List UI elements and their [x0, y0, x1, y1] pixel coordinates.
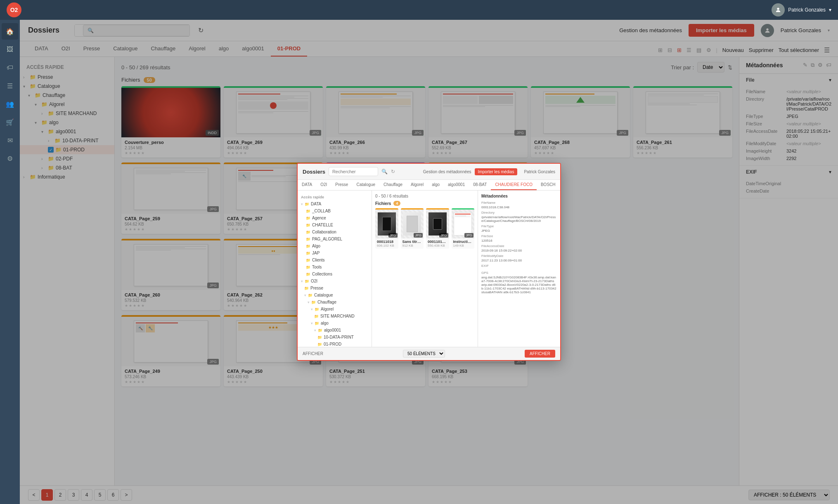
sidebar-icon-image[interactable]: 🖼 [2, 41, 18, 58]
popup-content: 0 - 50 / 6 résultats Fichiers 4 JPG [372, 191, 478, 347]
popup-tab-Algorel[interactable]: Algorel [407, 180, 428, 190]
popup-meta-filesize-key: FileSize [481, 234, 557, 238]
popup-meta-filesize-val: 120516 [481, 239, 557, 243]
popup-meta-label: Gestion des métadonnées [423, 170, 471, 174]
sidebar-icon-tag[interactable]: 🏷 [2, 59, 18, 76]
popup-file-00011018[interactable]: JPG 00011018 606.102 KB [375, 208, 398, 249]
popup-tab-CHAUDIERE[interactable]: CHAUDIERE FOCO [491, 180, 537, 190]
popup-tree-Clients[interactable]: 📁 Clients [298, 257, 372, 264]
svg-point-0 [777, 8, 779, 10]
popup-info-instructions: Instructions 149 KB [452, 238, 475, 249]
popup-tree-Collaboration[interactable]: 📁 Collaboration [298, 228, 372, 236]
popup-tab-O2I[interactable]: O2I [316, 180, 331, 190]
popup-title: Dossiers [303, 169, 325, 175]
popup-tree-10DATA[interactable]: 📁 10-DATA-PRINT [298, 334, 372, 341]
popup-files-grid: JPG 00011018 606.102 KB JPG [375, 208, 474, 249]
app-logo: O2 [7, 2, 21, 17]
popup-tab-DATA[interactable]: DATA [298, 180, 316, 190]
popup-file-00011018C34[interactable]: JPG 00011018_C34 550.438 KB [426, 208, 449, 249]
popup-meta-filetype-val: JPEG [481, 229, 557, 233]
popup-file-instructions[interactable]: JPG Instructions 149 KB [452, 208, 475, 249]
top-nav-username: Patrick Gonzales [788, 7, 826, 13]
popup-tree-Catalogue[interactable]: ▾📁 Catalogue [298, 292, 372, 299]
sidebar-icon-mail[interactable]: ✉ [2, 132, 18, 148]
popup-tab-082019[interactable]: 08/2019 [560, 180, 561, 190]
popup-size-sanstitre: 912 KB [402, 244, 422, 247]
popup-body: Accès rapide ▾📁 DATA 📁 _COLLAB 📁 Agence … [298, 191, 560, 347]
popup-tree-Presse[interactable]: 📁 Presse [298, 285, 372, 292]
sidebar-icon-users[interactable]: 👥 [2, 96, 18, 112]
popup-tab-algo0001[interactable]: algo0001 [444, 180, 469, 190]
popup-meta-gps-val: ang.dat:SJNBJ10YG02083B4F:43x36:amp.dat:… [481, 276, 557, 294]
popup-info-00011018: 00011018 606.102 KB [375, 238, 398, 249]
top-nav: O2 Patrick Gonzales ▾ [0, 0, 838, 20]
user-avatar-top [772, 3, 785, 16]
sidebar-icon-list[interactable]: ☰ [2, 78, 18, 94]
popup-thumb-00011018: JPG [375, 210, 398, 238]
popup-tab-Catalogue[interactable]: Catalogue [352, 180, 379, 190]
popup-tree-Collections[interactable]: 📁 Collections [298, 271, 372, 278]
popup-meta-modifydate-key: FileModifyDate [481, 254, 557, 258]
top-nav-chevron: ▾ [829, 7, 831, 13]
popup-tree-SITEMARCHAND[interactable]: 📁 SITE MARCHAND [298, 313, 372, 320]
popup-meta-accessdate-val: 2019:09:16 15:09:22+02:00 [481, 249, 557, 252]
popup-size-instructions: 149 KB [453, 244, 473, 247]
popup-tab-Presse[interactable]: Presse [331, 180, 352, 190]
top-nav-user[interactable]: Patrick Gonzales ▾ [772, 3, 831, 16]
popup-search[interactable] [329, 167, 378, 176]
popup-import-button[interactable]: Importer les médias [475, 168, 518, 175]
popup-tree-01PROD[interactable]: 📁 01-PROD [298, 341, 372, 347]
top-nav-right: Patrick Gonzales ▾ [772, 3, 831, 16]
popup-tab-08BAT[interactable]: 08-BAT [469, 180, 491, 190]
popup-size-00011018C34: 550.438 KB [428, 244, 447, 247]
popup-tree-JAP[interactable]: 📁 JAP [298, 250, 372, 257]
popup-tree-DATA[interactable]: ▾📁 DATA [298, 200, 372, 207]
popup-tree-Chauffage[interactable]: ▾📁 Chauffage [298, 299, 372, 306]
popup-meta-gps-key: GPS [481, 271, 557, 275]
popup-search-icon[interactable]: 🔍 [381, 169, 388, 174]
popup-size-00011018: 606.102 KB [377, 244, 397, 247]
sidebar-icon-cart[interactable]: 🛒 [2, 114, 18, 130]
popup-name-00011018C34: 00011018_C34 [428, 240, 447, 244]
popup-per-page-select[interactable]: 50 ÉLÉMENTS 25 ÉLÉMENTS [403, 350, 445, 358]
popup-window: Dossiers 🔍 ↻ Gestion des métadonnées Imp… [297, 163, 561, 361]
logo-icon: O2 [7, 2, 21, 17]
popup-result-count: 0 - 50 / 6 résultats [375, 194, 474, 198]
popup-badge-00011018C34: JPG [439, 233, 448, 238]
popup-tree-Algorel[interactable]: ▾📁 Algorel [298, 306, 372, 313]
popup-thumb-instructions: JPG [452, 210, 475, 238]
popup-tree-Algo[interactable]: 📁 Algo [298, 243, 372, 250]
popup-tree-PAG[interactable]: 📁 PAG_ALGOREL [298, 236, 372, 243]
popup-tree-Agence[interactable]: 📁 Agence [298, 214, 372, 221]
sidebar-icon-settings[interactable]: ⚙ [2, 150, 18, 167]
popup-files-header: Fichiers 4 [375, 201, 474, 206]
popup-tree-Tools[interactable]: 📁 Tools [298, 264, 372, 271]
popup-refresh-icon[interactable]: ↻ [391, 169, 395, 174]
popup-tree-algo0001[interactable]: ▾📁 algo0001 [298, 327, 372, 334]
popup-files-count: 4 [393, 201, 400, 206]
popup-file-sanstitre[interactable]: JPG Sans titre 5 912 KB [401, 208, 424, 249]
popup-tree-O2I[interactable]: ▾📁 O2I [298, 278, 372, 285]
popup-badge-instructions: JPG [464, 233, 473, 238]
sidebar-icon-home[interactable]: 🏠 [2, 23, 18, 40]
popup-tabs: DATA O2I Presse Catalogue Chauffage Algo… [298, 180, 560, 191]
popup-meta-filename-val: 00011018.C38.048 [481, 205, 557, 209]
popup-name-00011018: 00011018 [377, 240, 397, 244]
popup-bottom: AFFICHER 50 ÉLÉMENTS 25 ÉLÉMENTS AFFICHE… [298, 347, 560, 360]
popup-tree-CHATELLE[interactable]: 📁 CHATELLE [298, 221, 372, 228]
popup-tab-BOSCH[interactable]: BOSCH [537, 180, 560, 190]
popup-tree-COLLAB[interactable]: 📁 _COLLAB [298, 207, 372, 214]
popup-tab-algo[interactable]: algo [428, 180, 444, 190]
popup-info-00011018C34: 00011018_C34 550.438 KB [426, 238, 449, 249]
popup-thumb-sanstitre: JPG [401, 210, 424, 238]
popup-tab-Chauffage[interactable]: Chauffage [379, 180, 407, 190]
popup-meta-exif-section: EXIF [481, 264, 557, 268]
popup-name-instructions: Instructions [453, 240, 473, 244]
popup-meta-modifydate-val: 2017:11:23 13:00:09+01:00 [481, 259, 557, 262]
popup-meta-accessdate-key: FileAccessDate [481, 244, 557, 248]
popup-tree-accesrapide: Accès rapide [298, 194, 372, 200]
popup-username: Patrick Gonzales [524, 170, 555, 174]
popup-tree-algo[interactable]: ▾📁 algo [298, 320, 372, 327]
popup-tree: Accès rapide ▾📁 DATA 📁 _COLLAB 📁 Agence … [298, 191, 372, 347]
popup-show-button[interactable]: AFFICHER [525, 350, 555, 358]
